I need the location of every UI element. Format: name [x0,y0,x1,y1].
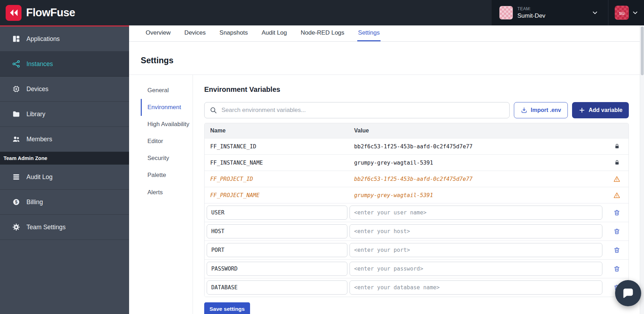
trash-icon [613,265,620,272]
user-avatar: su [615,6,629,20]
env-var-name-input[interactable] [207,243,347,257]
sidebar-item-applications[interactable]: Applications [0,26,129,52]
sidebar-item-label: Team Settings [26,224,66,231]
env-var-name-input[interactable] [207,206,347,220]
download-icon [521,107,528,114]
trash-icon [613,209,620,216]
sidebar-item-label: Billing [26,199,43,206]
chat-widget-button[interactable] [615,280,641,306]
sidebar-item-label: Members [26,136,52,143]
search-input[interactable] [204,102,510,118]
section-title: Environment Variables [204,85,629,94]
env-var-value: grumpy-grey-wagtail-5391 [348,192,605,199]
sidebar-item-label: Audit Log [26,173,53,181]
flowfuse-logo-icon [6,5,22,21]
env-var-value: grumpy-grey-wagtail-5391 [348,160,605,166]
import-env-button[interactable]: Import .env [514,102,568,118]
import-env-label: Import .env [531,107,561,113]
scrollbar-thumb[interactable] [641,26,644,75]
tab-node-red-logs[interactable]: Node-RED Logs [300,25,345,41]
plus-icon [578,107,585,114]
warning-icon [613,192,620,199]
column-header-name: Name [205,128,348,134]
header-right: TEAM: Sumit-Dev su [492,0,644,25]
env-var-row-editable [205,278,628,297]
team-selector[interactable]: TEAM: Sumit-Dev [492,0,608,25]
delete-variable-button[interactable] [612,264,622,274]
lock-icon [614,160,620,166]
add-variable-button[interactable]: Add variable [572,102,629,118]
env-variables-table: Name Value FF_INSTANCE_ID bb2f6c53-1f25-… [204,123,629,297]
sidebar-item-label: Devices [26,85,48,93]
applications-icon [12,35,20,43]
search-box [204,102,510,118]
env-var-row: FF_INSTANCE_NAME grumpy-grey-wagtail-539… [205,154,628,171]
chevron-down-icon [591,9,599,17]
environment-section: Environment Variables Import .env Add va… [193,75,644,314]
env-var-name-input[interactable] [207,262,347,276]
sidebar-item-members[interactable]: Members [0,127,129,152]
table-header-row: Name Value [205,123,628,138]
env-var-row-editable [205,203,628,222]
env-var-value-input[interactable] [350,262,602,276]
env-var-row-editable [205,222,628,241]
svg-text:$: $ [15,200,18,205]
instances-icon [12,60,20,68]
tab-overview[interactable]: Overview [145,25,171,41]
settings-nav-security[interactable]: Security [141,150,193,167]
sidebar-item-team-settings[interactable]: Team Settings [0,215,129,240]
members-icon [12,135,20,143]
tab-audit-log[interactable]: Audit Log [261,25,288,41]
env-var-value-input[interactable] [350,243,602,257]
sidebar-item-library[interactable]: Library [0,102,129,127]
page-title: Settings [141,56,644,65]
settings-nav-general[interactable]: General [141,82,193,99]
warning-icon [613,176,620,183]
scrollbar-track[interactable] [640,25,644,314]
env-var-row-editable [205,259,628,278]
add-variable-label: Add variable [589,107,622,113]
sidebar-item-devices[interactable]: Devices [0,77,129,102]
settings-nav-environment[interactable]: Environment [141,99,193,116]
trash-icon [613,247,620,254]
user-menu[interactable]: su [608,0,644,25]
env-var-name: FF_PROJECT_ID [205,176,348,182]
team-name: Sumit-Dev [517,12,587,19]
chevron-down-icon [631,9,639,17]
sidebar-item-label: Applications [26,35,60,43]
search-icon [209,106,217,114]
env-var-name: FF_INSTANCE_ID [205,143,348,150]
delete-variable-button[interactable] [612,245,622,255]
settings-nav-editor[interactable]: Editor [141,133,193,150]
sidebar-item-instances[interactable]: Instances [0,52,129,77]
home-link[interactable]: FlowFuse [0,5,75,21]
instance-tabbar: Overview Devices Snapshots Audit Log Nod… [129,25,644,42]
env-var-value-input[interactable] [350,280,602,295]
sidebar: Applications Instances Devices Library M… [0,25,129,314]
billing-dollar-icon: $ [12,198,20,206]
delete-variable-button[interactable] [612,226,622,236]
settings-nav-alerts[interactable]: Alerts [141,184,193,201]
tab-devices[interactable]: Devices [184,25,206,41]
env-var-row: FF_INSTANCE_ID bb2f6c53-1f25-453b-aafd-0… [205,138,628,154]
env-var-value-input[interactable] [350,206,602,220]
main-content: Overview Devices Snapshots Audit Log Nod… [129,25,644,314]
tab-snapshots[interactable]: Snapshots [219,25,248,41]
sidebar-item-billing[interactable]: $ Billing [0,190,129,215]
settings-nav-high-availability[interactable]: High Availability [141,116,193,133]
sidebar-item-label: Library [26,111,45,118]
env-var-name-input[interactable] [207,280,347,295]
team-avatar [499,6,513,19]
sidebar-item-audit-log[interactable]: Audit Log [0,165,129,190]
gear-icon [12,223,20,231]
settings-nav-palette[interactable]: Palette [141,167,193,184]
env-var-value-input[interactable] [350,224,602,238]
env-var-row: FF_PROJECT_NAME grumpy-grey-wagtail-5391 [205,187,628,203]
env-var-name: FF_PROJECT_NAME [205,192,348,199]
env-var-name-input[interactable] [207,224,347,238]
team-label: TEAM: [517,6,587,11]
delete-variable-button[interactable] [612,208,622,218]
save-settings-button[interactable]: Save settings [204,302,250,314]
tab-settings[interactable]: Settings [357,25,380,41]
trash-icon [613,228,620,235]
